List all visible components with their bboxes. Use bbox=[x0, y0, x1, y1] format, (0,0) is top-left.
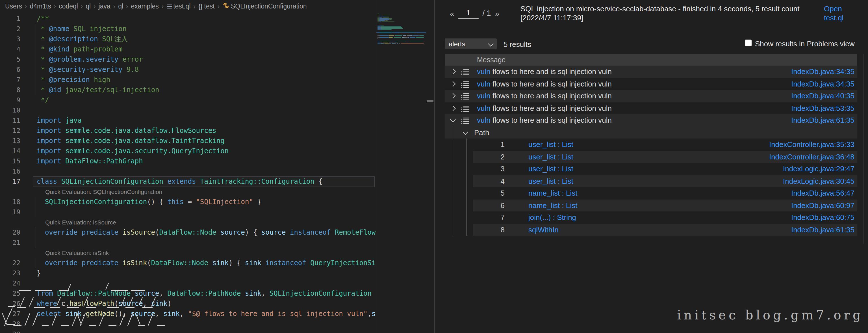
scrollbar-thumb[interactable] bbox=[427, 100, 433, 102]
code-line-11[interactable]: 11import java bbox=[0, 115, 376, 125]
quick-evaluation-lens[interactable]: Quick Evaluation: SQLInjectionConfigurat… bbox=[45, 187, 162, 197]
path-header-row[interactable]: Path bbox=[445, 126, 857, 139]
location-link[interactable]: IndexDb.java:61:35 bbox=[791, 223, 855, 236]
show-paths-icon[interactable] bbox=[461, 93, 470, 100]
location-link[interactable]: IndexDb.java:60:75 bbox=[791, 211, 855, 223]
code-line-27[interactable]: 27select sink.getNode(), source, sink, "… bbox=[0, 309, 376, 319]
expand-chevron-icon[interactable] bbox=[450, 81, 456, 87]
table-row[interactable]: vuln flows to here and is sql injection … bbox=[445, 102, 857, 114]
code-line-4[interactable]: 4 * @kind path-problem bbox=[0, 44, 376, 54]
code-line-29[interactable]: 29 bbox=[0, 329, 376, 333]
show-paths-icon[interactable] bbox=[461, 117, 470, 124]
message-column-header[interactable]: Message bbox=[445, 54, 857, 66]
step-node-link[interactable]: sqlWithIn bbox=[528, 223, 559, 236]
first-page-icon[interactable]: « bbox=[450, 9, 454, 18]
code-line-2[interactable]: 2 * @name SQL injection bbox=[0, 24, 376, 34]
expand-chevron-icon[interactable] bbox=[450, 93, 456, 99]
result-message-link[interactable]: vuln bbox=[477, 104, 491, 112]
page-input[interactable] bbox=[458, 8, 478, 19]
code-lens-row[interactable]: Quick Evaluation: isSource bbox=[0, 217, 376, 227]
step-node-link[interactable]: user_list : List bbox=[528, 151, 573, 163]
code-line-18[interactable]: 18 SQLInjectionConfiguration() { this = … bbox=[0, 197, 376, 207]
code-line-10[interactable]: 10 bbox=[0, 105, 376, 115]
collapse-chevron-icon[interactable] bbox=[463, 129, 468, 134]
open-file-link[interactable]: Open test.ql bbox=[824, 4, 860, 23]
code-content[interactable]: 1/**2 * @name SQL injection3 * @descript… bbox=[0, 13, 376, 333]
location-link[interactable]: IndexDb.java:53:35 bbox=[791, 102, 855, 114]
step-node-link[interactable]: user_list : List bbox=[528, 139, 573, 151]
code-line-7[interactable]: 7 * @precision high bbox=[0, 74, 376, 85]
table-row[interactable]: vuln flows to here and is sql injection … bbox=[445, 90, 857, 102]
location-link[interactable]: IndexLogic.java:30:45 bbox=[783, 175, 855, 187]
minimap[interactable] bbox=[376, 0, 426, 333]
location-link[interactable]: IndexDb.java:56:47 bbox=[791, 187, 855, 199]
location-link[interactable]: IndexDb.java:34:35 bbox=[791, 78, 855, 90]
code-line-28[interactable]: 28 bbox=[0, 319, 376, 329]
step-node-link[interactable]: name_list : List bbox=[528, 187, 577, 199]
code-line-17[interactable]: 17class SQLInjectionConfiguration extend… bbox=[0, 176, 376, 187]
show-problems-checkbox[interactable] bbox=[745, 39, 752, 47]
step-node-link[interactable]: user_list : List bbox=[528, 175, 573, 187]
path-step-row[interactable]: 6 name_list : List IndexDb.java:60:97 bbox=[445, 199, 857, 211]
results-view-select[interactable]: alerts bbox=[445, 38, 497, 49]
code-line-13[interactable]: 13import semmle.code.java.dataflow.Taint… bbox=[0, 136, 376, 146]
code-line-6[interactable]: 6 * @security-severity 9.8 bbox=[0, 64, 376, 74]
breadcrumb-item-users[interactable]: Users bbox=[5, 0, 22, 12]
code-lens-row[interactable]: Quick Evaluation: SQLInjectionConfigurat… bbox=[0, 187, 376, 197]
quick-evaluation-lens[interactable]: Quick Evaluation: isSink bbox=[45, 248, 109, 258]
code-line-9[interactable]: 9 */ bbox=[0, 95, 376, 105]
location-link[interactable]: IndexController.java:36:48 bbox=[769, 151, 855, 163]
location-link[interactable]: IndexDb.java:60:97 bbox=[791, 199, 855, 211]
expand-chevron-icon[interactable] bbox=[450, 69, 456, 74]
step-node-link[interactable]: join(...) : String bbox=[528, 211, 576, 223]
path-step-row[interactable]: 7 join(...) : String IndexDb.java:60:75 bbox=[445, 211, 857, 223]
code-line-25[interactable]: 25from DataFlow::PathNode source, DataFl… bbox=[0, 288, 376, 299]
code-line-19[interactable]: 19 bbox=[0, 207, 376, 217]
expand-chevron-icon[interactable] bbox=[450, 117, 456, 122]
show-paths-icon[interactable] bbox=[461, 81, 470, 88]
code-line-1[interactable]: 1/** bbox=[0, 13, 376, 24]
breadcrumb-item-test[interactable]: {}test bbox=[198, 0, 215, 12]
location-link[interactable]: IndexDb.java:61:35 bbox=[791, 114, 855, 126]
code-line-20[interactable]: 20 override predicate isSource(DataFlow:… bbox=[0, 227, 376, 238]
breadcrumb[interactable]: Users›d4m1ts›codeql›ql›java›ql›examples›… bbox=[0, 0, 434, 12]
breadcrumb-item-d4m1ts[interactable]: d4m1ts bbox=[30, 0, 51, 12]
path-step-row[interactable]: 8 sqlWithIn IndexDb.java:61:35 bbox=[445, 223, 857, 236]
result-message-link[interactable]: vuln bbox=[477, 92, 491, 100]
location-link[interactable]: IndexDb.java:40:35 bbox=[791, 90, 855, 102]
code-line-5[interactable]: 5 * @problem.severity error bbox=[0, 54, 376, 64]
table-row[interactable]: vuln flows to here and is sql injection … bbox=[445, 114, 857, 126]
code-line-23[interactable]: 23} bbox=[0, 268, 376, 278]
code-line-12[interactable]: 12import semmle.code.java.dataflow.FlowS… bbox=[0, 125, 376, 136]
code-line-24[interactable]: 24 bbox=[0, 278, 376, 288]
path-step-row[interactable]: 1 user_list : List IndexController.java:… bbox=[445, 139, 857, 151]
code-line-16[interactable]: 16 bbox=[0, 166, 376, 176]
expand-chevron-icon[interactable] bbox=[450, 105, 456, 111]
breadcrumb-item-examples[interactable]: examples bbox=[131, 0, 158, 12]
code-lens-row[interactable]: Quick Evaluation: isSink bbox=[0, 248, 376, 258]
code-line-26[interactable]: 26where c.hasFlowPath(source, sink) bbox=[0, 299, 376, 309]
show-paths-icon[interactable] bbox=[461, 105, 470, 112]
code-line-3[interactable]: 3 * @description SQL注入 bbox=[0, 34, 376, 44]
breadcrumb-item-ql[interactable]: ql bbox=[118, 0, 123, 12]
breadcrumb-item-sqlinjectionconfiguration[interactable]: SQLInjectionConfiguration bbox=[222, 0, 307, 12]
quick-evaluation-lens[interactable]: Quick Evaluation: isSource bbox=[45, 217, 116, 227]
code-line-22[interactable]: 22 override predicate isSink(DataFlow::N… bbox=[0, 258, 376, 268]
code-line-8[interactable]: 8 * @id java/test/sql-injection bbox=[0, 85, 376, 95]
location-link[interactable]: IndexLogic.java:29:47 bbox=[783, 163, 855, 175]
editor-scrollbar[interactable] bbox=[426, 0, 434, 333]
breadcrumb-item-test-ql[interactable]: test.ql bbox=[166, 0, 190, 12]
step-node-link[interactable]: name_list : List bbox=[528, 199, 577, 211]
result-message-link[interactable]: vuln bbox=[477, 80, 491, 88]
show-paths-icon[interactable] bbox=[461, 68, 470, 76]
path-step-row[interactable]: 5 name_list : List IndexDb.java:56:47 bbox=[445, 187, 857, 199]
table-row[interactable]: vuln flows to here and is sql injection … bbox=[445, 66, 857, 78]
result-message-link[interactable]: vuln bbox=[477, 67, 491, 76]
path-step-row[interactable]: 4 user_list : List IndexLogic.java:30:45 bbox=[445, 175, 857, 187]
last-page-icon[interactable]: » bbox=[495, 9, 500, 18]
location-link[interactable]: IndexDb.java:34:35 bbox=[791, 66, 855, 78]
table-scrollbar[interactable] bbox=[864, 54, 864, 244]
path-step-row[interactable]: 2 user_list : List IndexController.java:… bbox=[445, 151, 857, 163]
code-line-21[interactable]: 21 bbox=[0, 238, 376, 248]
code-line-14[interactable]: 14import semmle.code.java.security.Query… bbox=[0, 146, 376, 156]
